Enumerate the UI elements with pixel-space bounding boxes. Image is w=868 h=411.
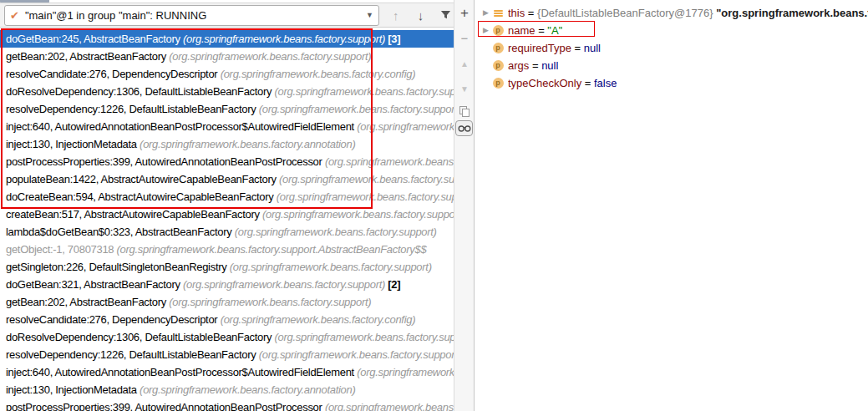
frame-location: createBean:517, AbstractAutowireCapableB… xyxy=(6,208,262,221)
frame-count-badge: [2] xyxy=(385,278,400,291)
frame-location: postProcessProperties:399, AutowiredAnno… xyxy=(6,401,325,411)
minus-icon: − xyxy=(461,31,469,45)
stack-frame-row[interactable]: createBean:517, AbstractAutowireCapableB… xyxy=(0,206,454,223)
copy-icon xyxy=(459,106,470,120)
stack-frame-row[interactable]: doGetBean:245, AbstractBeanFactory (org.… xyxy=(0,30,454,48)
stack-frame-row[interactable]: resolveDependency:1226, DefaultListableB… xyxy=(0,346,454,363)
debugger-window: ✔ "main"@1 in group "main": RUNNING ▼ ↑ … xyxy=(0,0,868,411)
variable-icon-cell: p xyxy=(491,25,505,36)
stack-frame-row[interactable]: resolveCandidate:276, DependencyDescript… xyxy=(0,311,454,328)
frame-location: inject:130, InjectionMetadata xyxy=(6,138,140,150)
stack-frame-row[interactable]: doResolveDependency:1306, DefaultListabl… xyxy=(0,83,454,100)
variable-name: this xyxy=(508,7,525,19)
show-watches-toggle[interactable] xyxy=(455,120,473,136)
frame-package: (org.springframework.beans.factory.suppo… xyxy=(277,190,454,203)
variable-text: name = "A" xyxy=(508,22,562,39)
frame-down-button[interactable]: ↓ xyxy=(413,6,429,24)
frame-location: resolveCandidate:276, DependencyDescript… xyxy=(6,313,221,326)
stack-frame-row[interactable]: inject:130, InjectionMetadata (org.sprin… xyxy=(0,135,454,153)
variables-panel: ▶this = {DefaultListableBeanFactory@1776… xyxy=(476,0,868,411)
frame-location: resolveCandidate:276, DependencyDescript… xyxy=(6,68,221,80)
stack-frame-row[interactable]: postProcessProperties:399, AutowiredAnno… xyxy=(0,153,454,170)
stack-frame-row[interactable]: getSingleton:226, DefaultSingletonBeanRe… xyxy=(0,258,454,276)
stack-frame-row[interactable]: getBean:202, AbstractBeanFactory (org.sp… xyxy=(0,48,454,65)
variable-icon-cell: p xyxy=(491,60,505,71)
frame-location: getObject:-1, 70807318 xyxy=(6,243,117,256)
frame-location: populateBean:1422, AbstractAutowireCapab… xyxy=(6,173,279,185)
variable-value-part-eq: = xyxy=(529,59,541,72)
variable-icon-cell xyxy=(491,9,505,18)
frame-location: doGetBean:245, AbstractBeanFactory xyxy=(6,33,183,45)
stack-frame-row[interactable]: resolveDependency:1226, DefaultListableB… xyxy=(0,100,454,118)
frame-count-badge: [3] xyxy=(385,33,400,45)
frame-location: getBean:202, AbstractBeanFactory xyxy=(6,296,169,308)
frame-location: getSingleton:226, DefaultSingletonBeanRe… xyxy=(6,261,230,273)
variable-row[interactable]: pargs = null xyxy=(476,57,868,74)
stack-frame-row[interactable]: doCreateBean:594, AbstractAutowireCapabl… xyxy=(0,188,454,206)
frame-up-button[interactable]: ↑ xyxy=(388,6,404,24)
variable-row[interactable]: ▶this = {DefaultListableBeanFactory@1776… xyxy=(476,4,868,22)
frame-package: (org.springframework.beans.factory.suppo… xyxy=(230,261,432,273)
frame-package: (org.springframework.beans.factory.suppo… xyxy=(259,103,454,115)
variable-name: args xyxy=(508,59,529,72)
variable-row[interactable]: prequiredType = null xyxy=(476,39,868,57)
stack-frame-row[interactable]: inject:640, AutowiredAnnotationBeanPostP… xyxy=(0,118,454,135)
frame-package: (org.springframework.beans.factory.suppo… xyxy=(117,243,427,256)
stack-frame-row[interactable]: populateBean:1422, AbstractAutowireCapab… xyxy=(0,170,454,188)
frame-package: (org.springframework.beans.factory.annot… xyxy=(140,383,355,396)
frame-package: (org.springframework.beans.factory.suppo… xyxy=(259,348,454,361)
frame-package: (org.springframework.beans.factory.suppo… xyxy=(169,296,371,308)
frame-package: (org.springframework.beans.factory.suppo… xyxy=(262,208,454,221)
frame-location: resolveDependency:1226, DefaultListableB… xyxy=(6,348,259,361)
variable-icon-cell: p xyxy=(491,78,505,89)
variable-text: typeCheckOnly = false xyxy=(508,74,617,92)
frame-location: lambda$doGetBean$0:323, AbstractBeanFact… xyxy=(6,226,235,238)
stack-frame-row[interactable]: doGetBean:321, AbstractBeanFactory (org.… xyxy=(0,276,454,293)
parameter-icon: p xyxy=(493,43,504,53)
variable-name: typeCheckOnly xyxy=(508,77,581,89)
variable-name: requiredType xyxy=(508,42,571,54)
stack-frame-row[interactable]: resolveCandidate:276, DependencyDescript… xyxy=(0,65,454,83)
filter-frames-button[interactable] xyxy=(437,6,454,24)
frame-package: (org.springframework.beans.factory.confi… xyxy=(221,313,416,326)
move-down-button[interactable]: ▼ xyxy=(454,84,475,94)
move-up-button[interactable]: ▲ xyxy=(454,59,475,68)
frame-location: inject:640, AutowiredAnnotationBeanPostP… xyxy=(6,120,357,133)
stack-frame-row[interactable]: doResolveDependency:1306, DefaultListabl… xyxy=(0,328,454,346)
stack-frame-row[interactable]: getObject:-1, 70807318 (org.springframew… xyxy=(0,241,454,258)
variable-value-part-keyword: null xyxy=(584,42,601,54)
frame-location: doGetBean:321, AbstractBeanFactory xyxy=(6,278,183,291)
variable-icon-cell: p xyxy=(491,43,505,53)
thread-selector-dropdown[interactable]: ✔ "main"@1 in group "main": RUNNING ▼ xyxy=(4,5,379,26)
stack-frame-row[interactable]: inject:130, InjectionMetadata (org.sprin… xyxy=(0,381,454,398)
triangle-down-icon: ▼ xyxy=(460,84,469,94)
frame-package: (org.springframework.beans.factory.confi… xyxy=(221,68,416,80)
frame-location: inject:640, AutowiredAnnotationBeanPostP… xyxy=(6,366,357,378)
frames-panel: ✔ "main"@1 in group "main": RUNNING ▼ ↑ … xyxy=(0,0,454,411)
frame-package: (org.springframework.beans.factory.suppo… xyxy=(275,85,454,98)
duplicate-button[interactable] xyxy=(454,105,475,121)
variable-name: name xyxy=(508,24,536,37)
add-button[interactable]: + xyxy=(454,5,475,22)
variables-list: ▶this = {DefaultListableBeanFactory@1776… xyxy=(476,4,868,92)
variable-value-part-tostring: "org.springframework.beans.fac xyxy=(716,7,868,19)
frame-package: (org.springframework.beans.factory.annot… xyxy=(357,366,454,378)
variable-row[interactable]: ▶pname = "A" xyxy=(476,22,868,39)
frame-location: doResolveDependency:1306, DefaultListabl… xyxy=(6,331,275,343)
variable-row[interactable]: ptypeCheckOnly = false xyxy=(476,74,868,92)
remove-button[interactable]: − xyxy=(454,31,475,45)
parameter-icon: p xyxy=(493,78,504,89)
frame-location: postProcessProperties:399, AutowiredAnno… xyxy=(6,155,325,168)
frame-location: doCreateBean:594, AbstractAutowireCapabl… xyxy=(6,190,277,203)
chevron-down-icon: ▼ xyxy=(366,11,373,19)
thread-selector-value: "main"@1 in group "main": RUNNING xyxy=(25,9,363,22)
stack-frame-row[interactable]: getBean:202, AbstractBeanFactory (org.sp… xyxy=(0,293,454,311)
frame-package: (org.springframework.beans.factory.suppo… xyxy=(183,33,385,45)
expand-arrow-icon[interactable]: ▶ xyxy=(480,22,491,39)
variable-value-part-string: "A" xyxy=(547,24,562,37)
stack-frame-row[interactable]: lambda$doGetBean$0:323, AbstractBeanFact… xyxy=(0,223,454,241)
stack-frame-row[interactable]: postProcessProperties:399, AutowiredAnno… xyxy=(0,398,454,411)
expand-arrow-icon[interactable]: ▶ xyxy=(480,4,491,22)
stack-frame-row[interactable]: inject:640, AutowiredAnnotationBeanPostP… xyxy=(0,363,454,381)
frame-package: (org.springframework.beans.factory.suppo… xyxy=(279,173,454,185)
